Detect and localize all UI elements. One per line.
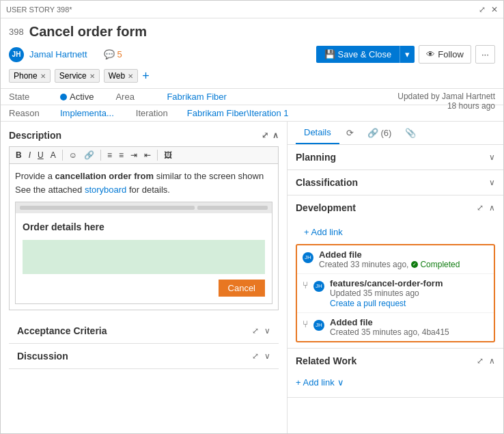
ac-chevron-icon[interactable]: ∨ [264, 326, 270, 336]
italic-tool[interactable]: I [27, 150, 33, 161]
acceptance-criteria-header[interactable]: Acceptance Criteria ⤢ ∨ [9, 318, 279, 343]
save-dropdown-button[interactable]: ▾ [400, 46, 415, 63]
rw-add-link-button[interactable]: + Add link ∨ [296, 373, 352, 392]
editor-content[interactable]: Provide a cancellation order from simila… [9, 163, 279, 310]
outdent-tool[interactable]: ⇤ [142, 150, 153, 161]
image-tool[interactable]: 🖼 [162, 150, 174, 161]
dev-item-2-content: features/cancel-order-form Updated 35 mi… [330, 278, 488, 308]
follow-button[interactable]: 👁 Follow [419, 45, 471, 64]
toolbar: JH Jamal Hartnett 💬 5 💾 Save & Close ▾ 👁… [9, 45, 495, 64]
completed-badge: Completed [411, 260, 460, 269]
disc-chevron-icon[interactable]: ∨ [264, 351, 270, 361]
planning-section: Planning ∨ [288, 145, 503, 170]
iteration-value[interactable]: Fabrikam Fiber\Iteration 1 [187, 108, 289, 118]
classification-header[interactable]: Classification ∨ [288, 170, 503, 195]
related-work-controls: ⤢ ∧ [477, 356, 495, 366]
planning-controls: ∨ [489, 152, 495, 162]
dev-item-2-icon: ⑂ [303, 280, 308, 290]
development-content: + Add link JH Added file Created 33 minu [288, 220, 503, 348]
tag-service-label: Service [59, 71, 87, 81]
discussion-title: Discussion [17, 351, 68, 362]
create-pr-link[interactable]: Create a pull request [330, 299, 406, 308]
story-title-text: Cancel order form [29, 24, 147, 40]
dev-item-1-content: Added file Created 33 minutes ago, Compl… [319, 249, 488, 269]
story-title-row: 398 Cancel order form [9, 24, 495, 40]
rw-dropdown-icon[interactable]: ∨ [337, 377, 344, 388]
add-tag-button[interactable]: + [142, 70, 150, 82]
storyboard-link[interactable]: storyboard [85, 185, 126, 195]
updated-by: Updated by Jamal Hartnett [397, 92, 495, 101]
ac-expand-icon[interactable]: ⤢ [252, 326, 259, 336]
completed-dot [411, 261, 418, 268]
dev-item-3-time: Created 35 minutes ago, 4ba415 [330, 327, 449, 337]
dev-item-2-avatar: JH [313, 280, 324, 292]
tag-phone: Phone ✕ [9, 69, 51, 83]
rw-chevron[interactable]: ∧ [489, 356, 495, 366]
highlight-tool[interactable]: A [48, 150, 58, 161]
tab-attachment[interactable]: 📎 [398, 122, 423, 144]
comment-count-group: 💬 5 [104, 49, 122, 59]
dev-item-2: ⑂ JH features/cancel-order-form Updated … [297, 274, 494, 313]
meta-row-2: Reason Implementa... Iteration Fabrikam … [1, 105, 503, 122]
follow-label: Follow [438, 49, 464, 59]
dev-item-2-title: features/cancel-order-form [330, 278, 488, 288]
area-value[interactable]: Fabrikam Fiber [167, 92, 226, 102]
dev-expand-icon[interactable]: ⤢ [477, 203, 484, 213]
dev-add-link-button[interactable]: + Add link [296, 223, 351, 241]
assignee-name[interactable]: Jamal Hartnett [29, 49, 87, 59]
tab-links[interactable]: 🔗 (6) [361, 122, 399, 144]
disc-expand-icon[interactable]: ⤢ [252, 351, 259, 361]
main-window: USER STORY 398* ⤢ ✕ 398 Cancel order for… [0, 0, 504, 434]
related-work-header[interactable]: Related Work ⤢ ∧ [288, 349, 503, 373]
tag-web-label: Web [109, 71, 125, 81]
ul-tool[interactable]: ≡ [105, 150, 114, 161]
emoji-tool[interactable]: ☺ [67, 150, 79, 161]
acceptance-criteria-section: Acceptance Criteria ⤢ ∨ [9, 318, 279, 344]
reason-value[interactable]: Implementa... [60, 108, 114, 118]
ol-tool[interactable]: ≡ [117, 150, 126, 161]
related-work-title: Related Work [296, 355, 356, 366]
dev-item-3-content: Added file Created 35 minutes ago, 4ba41… [330, 317, 488, 337]
mockup-footer: Cancel [23, 280, 265, 297]
discussion-header[interactable]: Discussion ⤢ ∨ [9, 344, 279, 368]
maximize-icon[interactable]: ⤢ [479, 5, 486, 14]
tab-history[interactable]: ⟳ [339, 122, 361, 144]
mockup-cancel-button[interactable]: Cancel [219, 280, 265, 297]
classification-controls: ∨ [489, 178, 495, 187]
right-panel: Details ⟳ 🔗 (6) 📎 Planning ∨ [288, 122, 503, 433]
classification-chevron[interactable]: ∨ [489, 178, 495, 187]
indent-tool[interactable]: ⇥ [128, 150, 139, 161]
planning-chevron[interactable]: ∨ [489, 152, 495, 162]
discussion-controls: ⤢ ∨ [252, 351, 270, 361]
expand-icon[interactable]: ⤢ [262, 131, 268, 140]
development-header[interactable]: Development ⤢ ∧ [288, 195, 503, 220]
underline-tool[interactable]: U [36, 150, 46, 161]
dev-item-3-icon: ⑂ [303, 318, 308, 329]
bold-tool[interactable]: B [14, 150, 24, 161]
mockup-order-title: Order details here [23, 220, 265, 234]
save-close-button[interactable]: 💾 Save & Close [316, 46, 400, 63]
mockup-green-box [23, 240, 265, 274]
tag-web-close[interactable]: ✕ [128, 72, 133, 80]
dev-chevron[interactable]: ∧ [489, 203, 495, 213]
tab-details[interactable]: Details [296, 122, 339, 144]
acceptance-criteria-controls: ⤢ ∨ [252, 326, 270, 336]
close-icon[interactable]: ✕ [491, 5, 498, 14]
tag-phone-close[interactable]: ✕ [40, 72, 46, 80]
link-tool[interactable]: 🔗 [82, 150, 96, 161]
rw-expand-icon[interactable]: ⤢ [477, 356, 484, 366]
tag-service-close[interactable]: ✕ [89, 72, 95, 80]
tag-service: Service ✕ [55, 69, 100, 83]
tag-phone-label: Phone [14, 71, 38, 81]
dev-item-1-time: Created 33 minutes ago, [319, 260, 408, 269]
classification-title: Classification [296, 177, 358, 188]
tags-row: Phone ✕ Service ✕ Web ✕ + [9, 69, 495, 83]
save-label: Save & Close [338, 49, 392, 59]
description-line2: See the attached storyboard for details. [15, 183, 272, 197]
collapse-icon[interactable]: ∧ [272, 131, 279, 140]
title-bar-controls: ⤢ ✕ [479, 5, 498, 14]
reason-label: Reason [9, 108, 46, 118]
planning-header[interactable]: Planning ∨ [288, 145, 503, 169]
more-button[interactable]: ··· [475, 45, 495, 64]
dev-item-2-meta: Updated 35 minutes ago [330, 288, 488, 298]
